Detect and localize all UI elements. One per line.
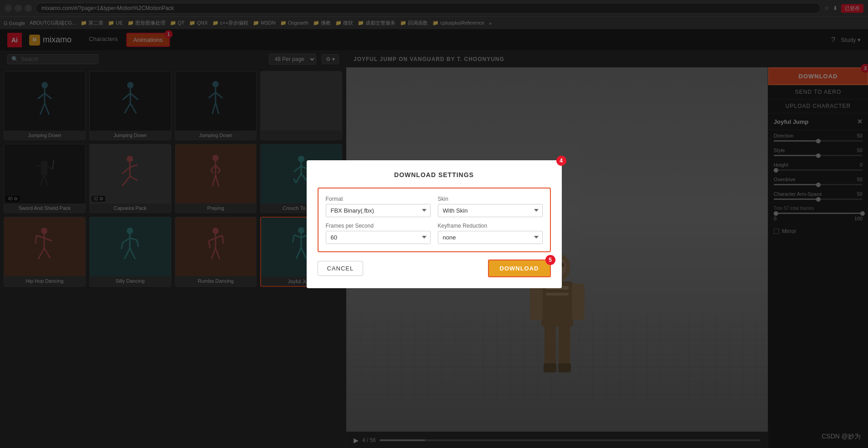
keyframe-select[interactable]: none uniform adaptive [438, 231, 543, 244]
modal-title: DOWNLOAD SETTINGS [318, 171, 551, 178]
modal-badge: 4 [556, 156, 566, 166]
keyframe-label: Keyframe Reduction [438, 223, 543, 229]
modal-field-skin: Skin With Skin Without Skin [438, 196, 543, 217]
modal-footer: CANCEL DOWNLOAD 5 [318, 260, 551, 277]
format-select[interactable]: FBX Binary(.fbx) FBX ASCII(.fbx) DAE(.da… [326, 204, 431, 217]
modal-settings-section: Format FBX Binary(.fbx) FBX ASCII(.fbx) … [318, 188, 551, 252]
modal-download-wrapper: DOWNLOAD 5 [488, 260, 551, 277]
modal-field-format: Format FBX Binary(.fbx) FBX ASCII(.fbx) … [326, 196, 431, 217]
modal-field-fps: Frames per Second 24 30 60 120 [326, 223, 431, 244]
modal-field-keyframe: Keyframe Reduction none uniform adaptive [438, 223, 543, 244]
cancel-button[interactable]: CANCEL [318, 261, 364, 276]
skin-select[interactable]: With Skin Without Skin [438, 204, 543, 217]
format-label: Format [326, 196, 431, 202]
modal-download-button[interactable]: DOWNLOAD [488, 260, 551, 277]
fps-select[interactable]: 24 30 60 120 [326, 231, 431, 244]
fps-label: Frames per Second [326, 223, 431, 229]
download-settings-modal: 4 DOWNLOAD SETTINGS Format FBX Binary(.f… [307, 160, 562, 288]
modal-row-1: Format FBX Binary(.fbx) FBX ASCII(.fbx) … [326, 196, 543, 217]
modal-overlay: 4 DOWNLOAD SETTINGS Format FBX Binary(.f… [0, 0, 868, 448]
modal-row-2: Frames per Second 24 30 60 120 Keyframe … [326, 223, 543, 244]
skin-label: Skin [438, 196, 543, 202]
modal-download-badge: 5 [545, 255, 555, 265]
